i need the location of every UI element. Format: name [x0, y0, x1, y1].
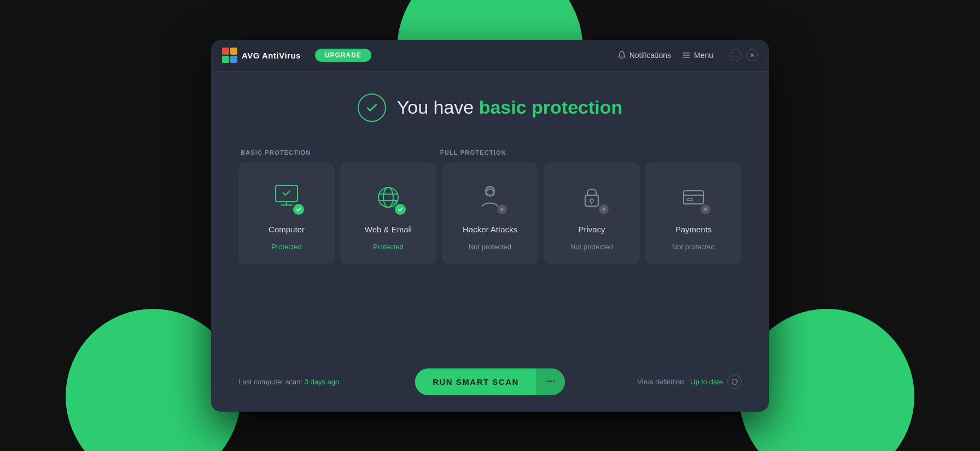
logo-area: AVG AntiVirus UPGRADE: [222, 48, 371, 63]
status-text: You have basic protection: [397, 97, 623, 118]
svg-point-23: [704, 208, 707, 210]
web-email-card-status: Protected: [373, 243, 404, 251]
status-highlight: basic protection: [479, 97, 623, 118]
main-content: You have basic protection BASIC PROTECTI…: [211, 72, 769, 368]
notifications-nav[interactable]: Notifications: [617, 51, 671, 60]
privacy-card-status: Not protected: [570, 243, 613, 251]
close-button[interactable]: ✕: [746, 49, 758, 61]
svg-point-19: [603, 208, 605, 210]
scan-button-group: RUN SMART SCAN ···: [415, 368, 565, 395]
svg-rect-1: [230, 48, 237, 55]
window-controls: — ✕: [730, 49, 758, 61]
hacker-card-status: Not protected: [469, 243, 511, 251]
svg-rect-20: [684, 191, 703, 204]
status-prefix: You have: [397, 97, 479, 118]
computer-card[interactable]: Computer Protected: [238, 162, 335, 264]
payments-card-title: Payments: [675, 225, 712, 234]
title-bar: AVG AntiVirus UPGRADE Notifications Menu: [211, 40, 769, 72]
payments-card[interactable]: Payments Not protected: [645, 162, 742, 264]
web-email-icon-area: [370, 179, 407, 216]
virus-info: Virus definition: Up to date: [576, 374, 742, 389]
privacy-card[interactable]: Privacy Not protected: [544, 162, 640, 264]
full-protection-label: FULL PROTECTION: [440, 149, 739, 156]
virus-prefix: Virus definition:: [637, 378, 686, 386]
hacker-attacks-card[interactable]: Hacker Attacks Not protected: [442, 162, 538, 264]
computer-card-title: Computer: [269, 225, 305, 234]
virus-status: Up to date: [690, 378, 723, 386]
svg-point-15: [501, 208, 504, 210]
run-smart-scan-button[interactable]: RUN SMART SCAN: [415, 370, 536, 394]
svg-rect-2: [222, 56, 229, 63]
payments-card-status: Not protected: [672, 243, 715, 251]
svg-rect-3: [230, 56, 237, 63]
web-email-card[interactable]: Web & Email Protected: [340, 162, 436, 264]
web-email-card-title: Web & Email: [365, 225, 412, 234]
notifications-label: Notifications: [629, 51, 671, 60]
status-header: You have basic protection: [358, 93, 623, 122]
payments-status-dot: [700, 204, 711, 215]
menu-label: Menu: [694, 51, 713, 60]
computer-status-dot: [293, 204, 304, 215]
privacy-status-dot: [598, 204, 609, 215]
upgrade-button[interactable]: UPGRADE: [315, 49, 371, 62]
app-window: AVG AntiVirus UPGRADE Notifications Menu: [211, 40, 769, 412]
scan-time: 3 days ago: [305, 378, 340, 386]
svg-point-17: [590, 199, 593, 202]
privacy-icon-area: [573, 179, 610, 216]
minimize-button[interactable]: —: [730, 49, 742, 61]
hacker-icon-area: [471, 179, 509, 216]
svg-point-9: [383, 188, 393, 207]
menu-nav[interactable]: Menu: [682, 51, 713, 60]
scan-info: Last computer scan: 3 days ago: [238, 378, 404, 386]
scan-prefix: Last computer scan:: [238, 378, 305, 386]
bell-icon: [617, 51, 626, 60]
basic-protection-label: BASIC PROTECTION: [241, 149, 440, 156]
scan-more-button[interactable]: ···: [536, 368, 565, 395]
cards-row: Computer Protected: [238, 162, 742, 264]
hacker-card-title: Hacker Attacks: [463, 225, 517, 234]
refresh-button[interactable]: [727, 374, 742, 389]
computer-icon-area: [268, 179, 305, 216]
section-labels: BASIC PROTECTION FULL PROTECTION: [238, 149, 742, 156]
svg-rect-22: [687, 198, 692, 201]
refresh-icon: [731, 378, 738, 385]
privacy-card-title: Privacy: [578, 225, 605, 234]
menu-icon: [682, 51, 691, 60]
title-bar-right: Notifications Menu — ✕: [617, 49, 758, 61]
svg-rect-14: [487, 188, 493, 190]
svg-point-8: [378, 188, 398, 207]
svg-rect-0: [222, 48, 229, 55]
web-email-status-dot: [395, 204, 406, 215]
check-circle-icon: [358, 93, 386, 122]
avg-logo-icon: [222, 48, 237, 63]
payments-icon-area: [675, 179, 712, 216]
hacker-status-dot: [497, 204, 508, 215]
bottom-bar: Last computer scan: 3 days ago RUN SMART…: [211, 368, 769, 412]
app-title: AVG AntiVirus: [242, 51, 301, 60]
computer-card-status: Protected: [271, 243, 302, 251]
